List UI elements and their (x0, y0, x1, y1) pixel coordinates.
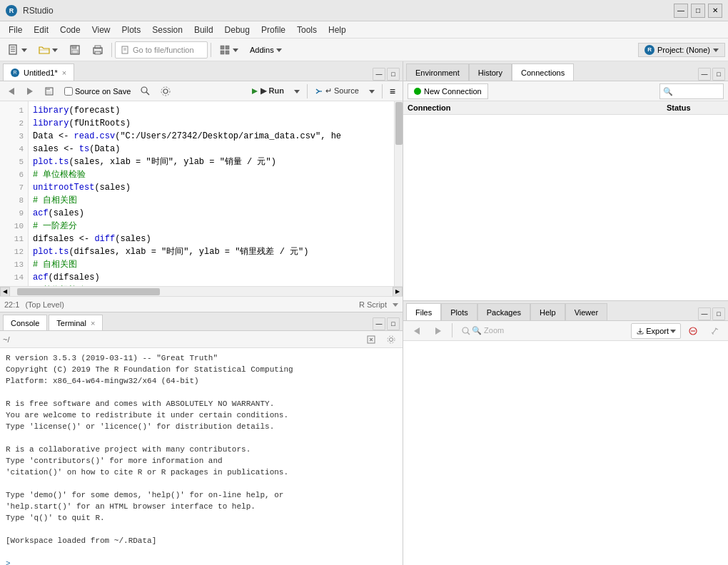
new-connection-btn[interactable]: New Connection (408, 83, 488, 99)
run-source-sep (307, 84, 308, 98)
editor-search-btn[interactable] (136, 83, 155, 99)
connections-table: Connection Status (403, 101, 728, 300)
hscroll-track[interactable] (10, 287, 393, 296)
files-tab-viewer[interactable]: Viewer (565, 303, 607, 320)
console-tab-terminal[interactable]: Terminal × (49, 315, 103, 330)
menu-session[interactable]: Session (146, 24, 188, 36)
terminal-close-btn[interactable]: × (91, 319, 95, 327)
editor-maximize-btn[interactable]: □ (387, 68, 400, 81)
hscroll-left-btn[interactable]: ◀ (0, 287, 10, 297)
line-num-9: 9 (0, 207, 28, 220)
print-button[interactable] (87, 41, 108, 58)
grid-button[interactable] (214, 41, 243, 58)
line-num-10: 10 (0, 220, 28, 233)
zoom-label: 🔍 Zoom (472, 326, 504, 335)
env-tab-connections[interactable]: Connections (512, 63, 574, 81)
env-minimize-btn[interactable]: — (698, 68, 711, 81)
menu-debug[interactable]: Debug (219, 24, 256, 36)
files-tab-help[interactable]: Help (530, 303, 565, 320)
scrollbar-thumb[interactable] (395, 102, 403, 145)
source-on-save-checkbox[interactable] (64, 87, 73, 96)
run-label: ▶ Run (261, 86, 283, 96)
files-tab-packages[interactable]: Packages (477, 303, 530, 320)
env-search-input[interactable] (659, 83, 724, 99)
editor-hscroll[interactable]: ◀ ▶ (0, 286, 403, 296)
editor-forward-btn[interactable] (21, 83, 39, 99)
source-on-save-btn[interactable]: Source on Save (60, 83, 135, 99)
addins-button[interactable]: Addins (245, 41, 287, 58)
env-maximize-btn[interactable]: □ (712, 68, 725, 81)
files-back-icon (413, 327, 421, 335)
code-editor[interactable]: 1 2 3 4 5 6 7 8 9 10 11 12 13 14 15 16 (0, 101, 403, 286)
editor-settings-btn[interactable] (156, 83, 175, 99)
menu-plots[interactable]: Plots (116, 24, 147, 36)
console-text: R version 3.5.3 (2019-03-11) -- "Great T… (6, 352, 397, 565)
hscroll-right-btn[interactable]: ▶ (393, 287, 403, 297)
source-label: ↵ Source (325, 86, 359, 96)
console-content[interactable]: R version 3.5.3 (2019-03-11) -- "Great T… (0, 348, 403, 565)
run-button[interactable]: ▶ Run (247, 83, 288, 99)
files-forward-btn[interactable] (429, 323, 448, 339)
close-button[interactable]: ✕ (708, 4, 722, 18)
svg-marker-23 (27, 88, 33, 95)
console-maximize-btn[interactable]: □ (387, 317, 400, 330)
menu-edit[interactable]: Edit (28, 24, 54, 36)
files-back-btn[interactable] (408, 323, 426, 339)
minimize-button[interactable]: — (674, 4, 688, 18)
console-settings-btn[interactable] (383, 332, 400, 347)
run-arrow-btn[interactable] (290, 83, 304, 99)
editor-scrollbar[interactable] (394, 101, 403, 286)
env-tab-environment[interactable]: Environment (406, 63, 469, 81)
open-file-button[interactable] (34, 41, 63, 58)
menu-code[interactable]: Code (54, 24, 86, 36)
files-tab-files[interactable]: Files (406, 303, 441, 320)
bottom-right-panel: Files Plots Packages Help Viewer — □ (403, 301, 728, 565)
env-tab-history[interactable]: History (469, 63, 512, 81)
forward-arrow-icon (26, 87, 34, 96)
code-line-13: # 自相关图 (33, 258, 390, 271)
save-button[interactable] (64, 41, 86, 58)
svg-marker-22 (9, 88, 14, 95)
line-num-3: 3 (0, 130, 28, 143)
svg-line-44 (467, 332, 470, 335)
console-minimize-btn[interactable]: — (373, 317, 385, 330)
source-button[interactable]: ↵ Source (310, 83, 363, 99)
menu-tools[interactable]: Tools (291, 24, 323, 36)
svg-rect-25 (46, 88, 50, 90)
menu-file[interactable]: File (3, 24, 28, 36)
app-title: RStudio (23, 6, 54, 16)
files-tab-plots[interactable]: Plots (441, 303, 477, 320)
editor-back-btn[interactable] (3, 83, 20, 99)
console-tabs: Console Terminal × — □ (0, 312, 403, 331)
source-menu-sep (382, 84, 383, 98)
editor-save-btn[interactable] (40, 83, 59, 99)
goto-file-input[interactable]: Go to file/function (115, 41, 208, 58)
files-minimize-btn[interactable]: — (698, 307, 711, 320)
save-icon (69, 44, 81, 56)
menu-view[interactable]: View (86, 24, 116, 36)
remove-btn[interactable] (684, 323, 702, 339)
console-tab-console[interactable]: Console (3, 315, 47, 330)
broom-btn[interactable] (705, 323, 724, 339)
code-content[interactable]: library(forecast) library(fUnitRoots) Da… (29, 101, 394, 286)
editor-tab-close[interactable]: × (62, 68, 66, 77)
hscroll-thumb[interactable] (17, 288, 160, 295)
menu-help[interactable]: Help (323, 24, 352, 36)
console-clear-btn[interactable] (363, 332, 380, 347)
maximize-button[interactable]: □ (691, 4, 705, 18)
new-file-button[interactable] (3, 41, 32, 58)
source-arrow-btn[interactable] (365, 83, 379, 99)
editor-menu-btn[interactable]: ≡ (385, 83, 400, 99)
files-content[interactable] (403, 341, 728, 565)
filetype-arrow-icon (393, 302, 398, 307)
editor-minimize-btn[interactable]: — (373, 68, 385, 81)
editor-tab-untitled1[interactable]: R Untitled1* × (3, 63, 74, 81)
project-r-icon: R (644, 45, 654, 55)
export-btn[interactable]: Export (631, 323, 681, 339)
menu-build[interactable]: Build (188, 24, 219, 36)
files-maximize-btn[interactable]: □ (712, 307, 725, 320)
editor-tab-label: Untitled1* (24, 68, 58, 77)
zoom-btn[interactable]: 🔍 Zoom (457, 323, 509, 339)
project-button[interactable]: R Project: (None) (638, 43, 725, 57)
menu-profile[interactable]: Profile (256, 24, 291, 36)
